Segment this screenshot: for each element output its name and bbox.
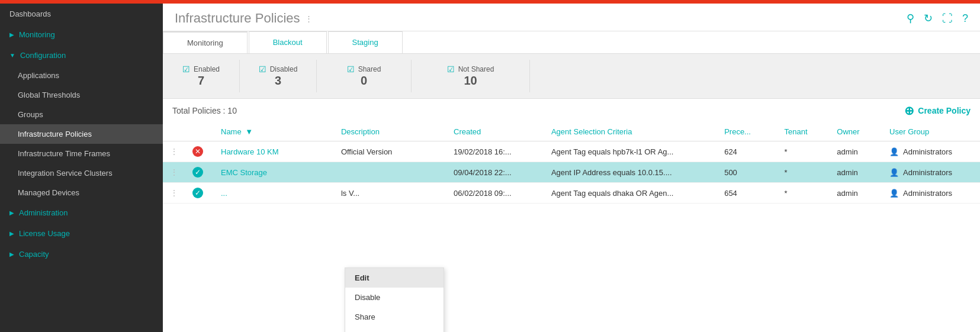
help-icon[interactable]: ? — [962, 12, 968, 25]
col-name[interactable]: Name ▼ — [214, 123, 334, 141]
table-container: Name ▼ Description Created Agent Selecti… — [163, 123, 980, 332]
main-content: Infrastructure Policies ⋮ ⚲ ↻ ⛶ ? Monito… — [163, 4, 980, 332]
shared-checkbox-icon: ☑ — [347, 65, 355, 74]
sidebar-item-dashboards[interactable]: Dashboards — [0, 4, 163, 24]
page-title: Infrastructure Policies — [175, 11, 300, 26]
row-drag-handle[interactable]: ⋮ — [163, 162, 185, 183]
tab-staging[interactable]: Staging — [328, 31, 403, 53]
chevron-right-icon-admin: ▶ — [9, 209, 14, 216]
chevron-down-icon: ▼ — [9, 52, 15, 59]
tab-monitoring[interactable]: Monitoring — [163, 31, 248, 53]
chevron-right-icon: ▶ — [9, 31, 14, 38]
context-menu: Edit Disable Share Copy View View Applic… — [345, 267, 444, 332]
row-tenant-cell: * — [777, 141, 830, 162]
header-icons: ⚲ ↻ ⛶ ? — [907, 12, 968, 25]
total-policies-label: Total Policies : 10 — [172, 106, 237, 115]
tab-blackout[interactable]: Blackout — [249, 31, 327, 53]
row-agent-selection-cell: Agent Tag equals hpb7k-l1 OR Ag... — [544, 141, 717, 162]
row-description-cell — [334, 162, 446, 183]
filter-row: ☑ Enabled 7 ☑ Disabled 3 ☑ Shared 0 — [163, 54, 980, 99]
filter-not-shared[interactable]: ☑ Not Shared 10 — [412, 60, 530, 92]
row-tenant-cell: * — [777, 162, 830, 183]
main-header: Infrastructure Policies ⋮ ⚲ ↻ ⛶ ? — [163, 4, 980, 31]
status-icon-green: ✓ — [192, 167, 203, 178]
row-name-cell[interactable]: Hardware 10 KM — [214, 141, 334, 162]
sidebar-item-applications[interactable]: Applications — [0, 66, 163, 85]
chevron-right-icon-capacity: ▶ — [9, 251, 14, 257]
row-created-cell: 06/02/2018 09:... — [446, 183, 544, 204]
row-drag-handle[interactable]: ⋮ — [163, 141, 185, 162]
row-precedence-cell: 500 — [717, 162, 777, 183]
sidebar-item-administration[interactable]: ▶ Administration — [0, 202, 163, 223]
row-description-cell: ls V... — [334, 183, 446, 204]
user-group-icon: 👤 — [889, 168, 899, 177]
sidebar-item-global-thresholds[interactable]: Global Thresholds — [0, 85, 163, 105]
row-user-group-cell: 👤 Administrators — [882, 162, 980, 183]
sidebar-item-monitoring[interactable]: ▶ Monitoring — [0, 24, 163, 45]
sidebar-item-license-usage[interactable]: ▶ License Usage — [0, 223, 163, 244]
filter-disabled[interactable]: ☑ Disabled 3 — [240, 60, 317, 92]
row-user-group-cell: 👤 Administrators — [882, 141, 980, 162]
filter-shared[interactable]: ☑ Shared 0 — [317, 60, 412, 92]
col-tenant[interactable]: Tenant — [777, 123, 830, 141]
row-agent-selection-cell: Agent Tag equals dhaka OR Agen... — [544, 183, 717, 204]
col-created[interactable]: Created — [446, 123, 544, 141]
tabs-row: Monitoring Blackout Staging — [163, 31, 980, 54]
enabled-checkbox-icon: ☑ — [182, 65, 190, 74]
sidebar-item-integration-service-clusters[interactable]: Integration Service Clusters — [0, 163, 163, 183]
sidebar-item-monitoring-label: Monitoring — [19, 30, 55, 39]
not-shared-count: 10 — [464, 74, 477, 88]
sidebar-item-infrastructure-time-frames[interactable]: Infrastructure Time Frames — [0, 144, 163, 163]
col-agent-selection[interactable]: Agent Selection Criteria — [544, 123, 717, 141]
col-description[interactable]: Description — [334, 123, 446, 141]
table-row[interactable]: ⋮ ✓ EMC Storage 09/04/2018 22:... Agent … — [163, 162, 980, 183]
user-group-icon: 👤 — [889, 147, 899, 156]
chevron-right-icon-license: ▶ — [9, 230, 14, 237]
row-description-cell: Official Version — [334, 141, 446, 162]
context-menu-edit[interactable]: Edit — [345, 268, 444, 288]
plus-circle-icon: ⊕ — [904, 104, 914, 118]
shared-count: 0 — [361, 74, 367, 88]
row-agent-selection-cell: Agent IP Address equals 10.0.15.... — [544, 162, 717, 183]
refresh-icon[interactable]: ↻ — [924, 12, 933, 25]
sidebar-item-configuration[interactable]: ▼ Configuration — [0, 45, 163, 66]
col-user-group[interactable]: User Group — [882, 123, 980, 141]
row-owner-cell: admin — [830, 162, 882, 183]
image-icon[interactable]: ⛶ — [942, 12, 953, 25]
disabled-count: 3 — [275, 74, 281, 88]
context-menu-copy[interactable]: Copy — [345, 327, 444, 332]
create-policy-button[interactable]: ⊕ Create Policy — [904, 104, 971, 118]
col-precedence[interactable]: Prece... — [717, 123, 777, 141]
disabled-checkbox-icon: ☑ — [259, 65, 266, 74]
create-policy-label: Create Policy — [918, 106, 971, 115]
enabled-count: 7 — [198, 74, 204, 88]
status-icon-red: ✕ — [192, 146, 203, 157]
sidebar-item-capacity[interactable]: ▶ Capacity — [0, 244, 163, 265]
sidebar: Dashboards ▶ Monitoring ▼ Configuration … — [0, 4, 163, 332]
filter-enabled[interactable]: ☑ Enabled 7 — [163, 60, 240, 92]
col-owner[interactable]: Owner — [830, 123, 882, 141]
sidebar-item-dashboards-label: Dashboards — [9, 9, 51, 18]
context-menu-share[interactable]: Share — [345, 307, 444, 327]
context-menu-disable[interactable]: Disable — [345, 288, 444, 307]
search-icon[interactable]: ⚲ — [907, 12, 914, 25]
row-user-group-cell: 👤 Administrators — [882, 183, 980, 204]
row-name-cell[interactable]: ... — [214, 183, 334, 204]
title-colon-icon: ⋮ — [305, 14, 313, 23]
row-precedence-cell: 624 — [717, 141, 777, 162]
row-name-link[interactable]: Hardware 10 KM — [221, 147, 279, 156]
sidebar-item-groups[interactable]: Groups — [0, 105, 163, 124]
col-status — [185, 123, 214, 141]
sidebar-item-managed-devices[interactable]: Managed Devices — [0, 183, 163, 202]
row-name-link[interactable]: ... — [221, 189, 227, 198]
row-owner-cell: admin — [830, 141, 882, 162]
row-status-cell: ✕ — [185, 141, 214, 162]
table-row[interactable]: ⋮ ✕ Hardware 10 KM Official Version 19/0… — [163, 141, 980, 162]
toolbar-row: Total Policies : 10 ⊕ Create Policy — [163, 99, 980, 123]
sidebar-item-infrastructure-policies[interactable]: Infrastructure Policies — [0, 124, 163, 144]
table-row[interactable]: ⋮ ✓ ... ls V... 06/02/2018 09:... Agent … — [163, 183, 980, 204]
row-drag-handle[interactable]: ⋮ — [163, 183, 185, 204]
row-status-cell: ✓ — [185, 183, 214, 204]
row-name-link[interactable]: EMC Storage — [221, 168, 267, 177]
row-name-cell[interactable]: EMC Storage — [214, 162, 334, 183]
